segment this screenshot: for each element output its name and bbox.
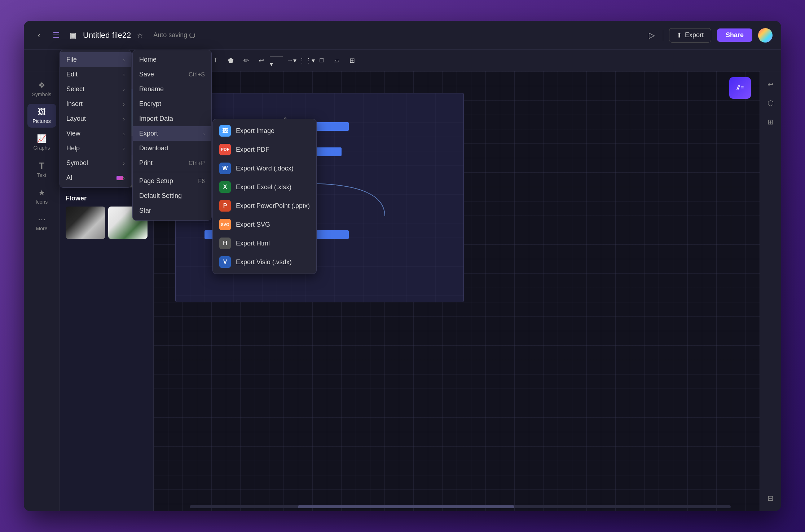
select-arrow: › xyxy=(123,87,125,92)
menu-item-symbol[interactable]: Symbol › xyxy=(60,156,131,170)
default-setting-label: Default Setting xyxy=(139,192,205,200)
select-label: Select xyxy=(66,85,123,93)
text-icon: T xyxy=(39,161,44,171)
file-submenu-encrypt[interactable]: Encrypt xyxy=(133,97,211,111)
file-submenu-import-data[interactable]: Import Data xyxy=(133,111,211,126)
help-label: Help xyxy=(66,145,123,152)
titlebar-right: ▷ ⬆ Export Share xyxy=(647,28,773,43)
export-visio-item[interactable]: V Export Visio (.vsdx) xyxy=(213,253,316,271)
download-label: Download xyxy=(139,145,205,152)
menu-sep xyxy=(133,172,211,172)
save-label: Save xyxy=(139,71,189,78)
help-arrow: › xyxy=(123,146,125,151)
file-submenu-home[interactable]: Home xyxy=(133,52,211,67)
export-icon: ⬆ xyxy=(677,31,682,39)
graphs-icon: 📈 xyxy=(37,134,47,143)
rename-label: Rename xyxy=(139,85,205,93)
export-ppt-label: Export PowerPoint (.pptx) xyxy=(236,202,310,210)
export-html-icon: H xyxy=(219,238,231,249)
menu-item-insert[interactable]: Insert › xyxy=(60,97,131,111)
menu-item-help[interactable]: Help › xyxy=(60,141,131,156)
left-sidebar: ❖ Symbols 🖼 Pictures 📈 Graphs T Text ★ I… xyxy=(24,71,60,511)
layout-arrow: › xyxy=(123,116,125,122)
horizontal-scrollbar[interactable] xyxy=(190,505,731,508)
edit-label: Edit xyxy=(66,71,123,78)
ai-badge[interactable]: // ≡ xyxy=(729,77,751,99)
hamburger-menu-button[interactable]: ☰ xyxy=(50,29,63,42)
file-arrow: › xyxy=(123,57,125,63)
right-undo-button[interactable]: ↩ xyxy=(764,77,778,92)
sidebar-item-more[interactable]: ⋯ More xyxy=(27,211,56,235)
file-label: File xyxy=(66,56,123,63)
saving-spinner xyxy=(189,32,195,38)
menu-item-layout[interactable]: Layout › xyxy=(60,111,131,126)
app-window: ‹ ☰ ▣ Untitled file22 ☆ Auto saving ▷ ⬆ … xyxy=(24,21,781,511)
export-arrow: › xyxy=(203,131,205,137)
export-submenu: 🖼 Export Image PDF Export PDF W Export W… xyxy=(212,119,317,274)
sidebar-item-text[interactable]: T Text xyxy=(27,157,56,182)
file-icon: ▣ xyxy=(67,30,79,41)
toolbar-layout-icon[interactable]: ⊞ xyxy=(346,54,358,67)
toolbar-box[interactable]: □ xyxy=(315,54,328,67)
right-shape-button[interactable]: ⬡ xyxy=(764,96,778,110)
print-shortcut: Ctrl+P xyxy=(189,160,205,167)
export-excel-item[interactable]: X Export Excel (.xlsx) xyxy=(213,178,316,196)
file-submenu-page-setup[interactable]: Page Setup F6 xyxy=(133,174,211,189)
file-submenu-save[interactable]: Save Ctrl+S xyxy=(133,67,211,82)
export-pdf-label: Export PDF xyxy=(236,146,269,154)
share-button[interactable]: Share xyxy=(717,28,752,42)
star-button[interactable]: ☆ xyxy=(135,30,145,41)
sidebar-item-pictures[interactable]: 🖼 Pictures xyxy=(27,104,56,128)
back-button[interactable]: ‹ xyxy=(32,29,45,42)
import-data-label: Import Data xyxy=(139,115,205,123)
export-html-item[interactable]: H Export Html xyxy=(213,234,316,253)
encrypt-label: Encrypt xyxy=(139,100,205,108)
menu-item-select[interactable]: Select › xyxy=(60,82,131,97)
divider xyxy=(663,30,663,41)
sidebar-item-symbols[interactable]: ❖ Symbols xyxy=(27,77,56,101)
pictures-icon: 🖼 xyxy=(38,107,46,117)
file-submenu-print[interactable]: Print Ctrl+P xyxy=(133,156,211,170)
export-word-label: Export Word (.docx) xyxy=(236,165,294,172)
export-svg-item[interactable]: SVG Export SVG xyxy=(213,215,316,234)
right-settings-button[interactable]: ⊟ xyxy=(764,491,778,505)
ai-label: AI xyxy=(66,174,116,182)
export-ppt-item[interactable]: P Export PowerPoint (.pptx) xyxy=(213,196,316,215)
export-pdf-item[interactable]: PDF Export PDF xyxy=(213,140,316,159)
export-image-item[interactable]: 🖼 Export Image xyxy=(213,121,316,140)
toolbar-box2[interactable]: ▱ xyxy=(330,54,343,67)
export-visio-label: Export Visio (.vsdx) xyxy=(236,258,292,266)
scrollbar-thumb[interactable] xyxy=(298,505,514,508)
menu-item-view[interactable]: View › xyxy=(60,126,131,141)
export-image-label: Export Image xyxy=(236,127,274,135)
menu-item-ai[interactable]: AI › xyxy=(60,170,131,185)
menus-overlay: File › Edit › Select › Insert › Layout ›… xyxy=(60,50,317,274)
sidebar-item-icons[interactable]: ★ Icons xyxy=(27,185,56,208)
export-excel-icon: X xyxy=(219,181,231,193)
menu-item-file[interactable]: File › xyxy=(60,52,131,67)
user-avatar[interactable] xyxy=(758,28,773,43)
export-word-icon: W xyxy=(219,163,231,174)
file-submenu-rename[interactable]: Rename xyxy=(133,82,211,97)
page-setup-label: Page Setup xyxy=(139,177,198,185)
star-label: Star xyxy=(139,207,205,214)
right-grid-button[interactable]: ⊞ xyxy=(764,115,778,129)
export-word-item[interactable]: W Export Word (.docx) xyxy=(213,159,316,178)
file-submenu-download[interactable]: Download xyxy=(133,141,211,156)
insert-label: Insert xyxy=(66,100,123,108)
file-submenu-star[interactable]: Star xyxy=(133,203,211,218)
file-title: Untitled file22 xyxy=(83,31,131,40)
export-html-label: Export Html xyxy=(236,240,270,247)
export-excel-label: Export Excel (.xlsx) xyxy=(236,183,291,191)
edit-arrow: › xyxy=(123,72,125,77)
more-icon: ⋯ xyxy=(38,215,46,224)
menu-item-edit[interactable]: Edit › xyxy=(60,67,131,82)
page-setup-shortcut: F6 xyxy=(198,178,205,185)
home-label: Home xyxy=(139,56,205,63)
file-submenu-default-setting[interactable]: Default Setting xyxy=(133,189,211,203)
sidebar-item-graphs[interactable]: 📈 Graphs xyxy=(27,130,56,154)
export-button[interactable]: ⬆ Export xyxy=(669,28,711,43)
play-button[interactable]: ▷ xyxy=(647,28,657,42)
file-submenu-export[interactable]: Export › xyxy=(133,126,211,141)
ai-icon xyxy=(116,176,123,180)
